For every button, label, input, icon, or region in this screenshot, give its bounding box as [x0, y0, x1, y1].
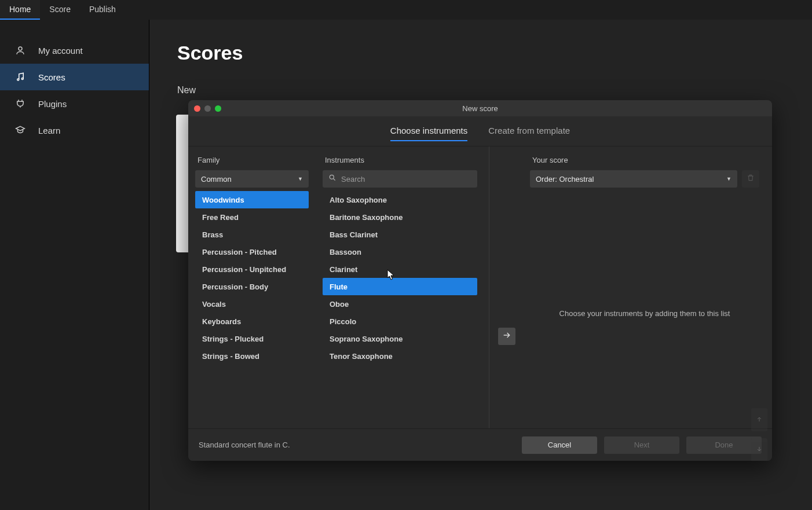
instrument-item[interactable]: Flute [323, 278, 477, 295]
dialog-title: New score [188, 104, 772, 113]
learn-icon [15, 125, 25, 135]
score-order-value: Order: Orchestral [536, 175, 594, 184]
score-order-select[interactable]: Order: Orchestral ▼ [530, 170, 737, 188]
section-new-label: New [177, 85, 784, 96]
sidebar-item-plugins[interactable]: Plugins [0, 90, 149, 117]
instrument-item[interactable]: Tenor Saxophone [323, 347, 477, 365]
cancel-button[interactable]: Cancel [522, 436, 597, 454]
family-item[interactable]: Brass [195, 226, 309, 243]
arrow-right-icon [502, 331, 511, 342]
plugin-icon [15, 98, 25, 109]
page-title: Scores [177, 42, 784, 64]
user-icon [15, 45, 25, 56]
instrument-search[interactable] [323, 170, 477, 188]
instrument-item[interactable]: Bass Clarinet [323, 226, 477, 243]
svg-point-3 [330, 175, 334, 179]
tab-home[interactable]: Home [0, 0, 40, 20]
new-score-dialog: New score Choose instruments Create from… [188, 100, 772, 461]
instrument-item[interactable]: Baritone Saxophone [323, 208, 477, 226]
sidebar-item-account[interactable]: My account [0, 37, 149, 64]
next-button: Next [604, 436, 679, 454]
tab-publish[interactable]: Publish [80, 0, 125, 20]
instrument-item[interactable]: Soprano Saxophone [323, 330, 477, 347]
svg-point-1 [17, 79, 19, 80]
family-item[interactable]: Strings - Bowed [195, 347, 309, 365]
family-item[interactable]: Strings - Plucked [195, 330, 309, 347]
family-item[interactable]: Vocals [195, 295, 309, 313]
family-column-label: Family [195, 156, 309, 170]
move-down-button [751, 438, 767, 461]
instrument-item[interactable]: Piccolo [323, 313, 477, 330]
sidebar-item-label: Learn [38, 126, 60, 135]
sidebar: My account Scores Plugins Learn [0, 20, 149, 510]
window-minimize-icon[interactable] [204, 105, 211, 112]
instrument-search-input[interactable] [341, 175, 471, 184]
svg-line-4 [334, 179, 335, 181]
tab-choose-instruments[interactable]: Choose instruments [390, 126, 467, 141]
family-item[interactable]: Percussion - Pitched [195, 243, 309, 260]
done-button: Done [686, 436, 762, 454]
tab-score[interactable]: Score [40, 0, 80, 20]
chevron-down-icon: ▼ [726, 176, 731, 182]
your-score-label: Your score [530, 156, 759, 170]
arrow-down-icon [756, 445, 763, 455]
instrument-status-text: Standard concert flute in C. [199, 441, 290, 449]
sidebar-item-label: Scores [38, 72, 65, 82]
family-item[interactable]: Percussion - Unpitched [195, 260, 309, 278]
instrument-item[interactable]: Bassoon [323, 243, 477, 260]
sidebar-item-scores[interactable]: Scores [0, 64, 149, 90]
family-group-select[interactable]: Common ▼ [195, 170, 309, 188]
family-item[interactable]: Keyboards [195, 313, 309, 330]
add-instrument-button[interactable] [498, 328, 515, 345]
instrument-item[interactable]: Oboe [323, 295, 477, 313]
dialog-titlebar[interactable]: New score [188, 100, 772, 116]
family-item[interactable]: Free Reed [195, 208, 309, 226]
sidebar-item-learn[interactable]: Learn [0, 117, 149, 144]
family-item[interactable]: Woodwinds [195, 191, 309, 208]
family-group-value: Common [201, 175, 232, 184]
search-icon [328, 174, 336, 184]
sidebar-item-label: My account [38, 46, 83, 56]
empty-score-message: Choose your instruments by adding them t… [530, 309, 759, 318]
window-zoom-icon[interactable] [215, 105, 221, 112]
svg-point-0 [19, 47, 22, 50]
family-item[interactable]: Percussion - Body [195, 278, 309, 295]
music-note-icon [15, 72, 25, 82]
instrument-item[interactable]: Alto Saxophone [323, 191, 477, 208]
arrow-up-icon [756, 414, 763, 425]
chevron-down-icon: ▼ [298, 176, 303, 182]
window-close-icon[interactable] [194, 105, 200, 112]
tab-create-from-template[interactable]: Create from template [488, 126, 570, 141]
move-up-button [751, 408, 767, 431]
sidebar-item-label: Plugins [38, 99, 67, 109]
instruments-column-label: Instruments [323, 156, 477, 170]
delete-instrument-button [742, 170, 759, 188]
instrument-item[interactable]: Clarinet [323, 260, 477, 278]
trash-icon [747, 174, 755, 184]
svg-point-2 [21, 78, 23, 80]
